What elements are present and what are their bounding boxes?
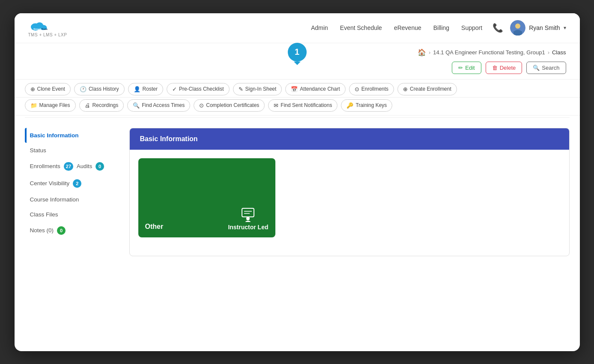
nav-erevenue[interactable]: eRevenue xyxy=(394,24,421,31)
breadcrumb-sep2: › xyxy=(548,49,549,56)
sidebar-basic-information[interactable]: Basic Information xyxy=(25,128,119,143)
create-enroll-icon: ⊕ xyxy=(403,86,408,92)
delete-button[interactable]: 🗑 Delete xyxy=(486,62,522,74)
sidebar: Basic Information Status Enrollments 27 … xyxy=(25,128,119,256)
enrollments-count-badge: 27 xyxy=(64,162,73,171)
main-panel: Basic Information Other xyxy=(129,128,570,256)
content-area: Basic Information Status Enrollments 27 … xyxy=(15,119,580,265)
user-area[interactable]: Ryan Smith ▾ xyxy=(510,20,566,36)
signin-icon: ✎ xyxy=(239,86,243,92)
clone-icon: ⊕ xyxy=(30,86,35,92)
find-sent-notifications-button[interactable]: ✉ Find Sent Notifications xyxy=(268,99,337,112)
status-label: Status xyxy=(30,147,46,154)
svg-rect-10 xyxy=(242,208,254,217)
panel-title: Basic Information xyxy=(140,135,198,142)
nav-icons: 📞 Ryan Smith ▾ xyxy=(493,20,566,36)
training-keys-label: Training Keys xyxy=(355,102,387,108)
clone-label: Clone Event xyxy=(37,86,65,92)
step-badge: 1 xyxy=(288,43,307,62)
training-keys-button[interactable]: 🔑 Training Keys xyxy=(341,99,392,112)
center-visibility-badge: 2 xyxy=(73,179,81,188)
sign-in-sheet-button[interactable]: ✎ Sign-In Sheet xyxy=(233,83,282,95)
keys-icon: 🔑 xyxy=(346,102,353,109)
attendance-chart-button[interactable]: 📅 Attendance Chart xyxy=(285,83,345,95)
toolbar: ⊕ Clone Event 🕐 Class History 👤 Roster ✓… xyxy=(15,79,580,98)
chevron-down-icon: ▾ xyxy=(564,25,566,31)
enrollments-button[interactable]: ⊙ Enrollments xyxy=(349,83,394,95)
avatar xyxy=(510,20,525,36)
completion-certificates-button[interactable]: ⊙ Completion Certificates xyxy=(194,99,265,112)
sidebar-center-visibility[interactable]: Center Visibility 2 xyxy=(25,175,119,192)
find-access-times-label: Find Access Times xyxy=(142,102,185,108)
svg-text:Simpli: Simpli xyxy=(33,28,41,30)
sidebar-course-information[interactable]: Course Information xyxy=(25,192,119,207)
class-type-label: Other xyxy=(145,223,164,231)
navbar: Simpli Train TMS + LMS + LXP Admin Event… xyxy=(15,13,580,43)
completion-certs-label: Completion Certificates xyxy=(206,102,259,108)
nav-billing[interactable]: Billing xyxy=(433,24,449,31)
notes-label: Notes (0) xyxy=(30,227,54,234)
class-history-label: Class History xyxy=(89,86,119,92)
class-card-bottom: Other xyxy=(145,207,269,231)
recordings-button[interactable]: 🖨 Recordings xyxy=(79,99,124,112)
audits-label: Audits xyxy=(77,163,92,169)
roster-label: Roster xyxy=(143,86,158,92)
user-name: Ryan Smith xyxy=(529,24,560,31)
toolbar-row2: 📁 Manage Files 🖨 Recordings 🔍 Find Acces… xyxy=(15,98,580,115)
sidebar-notes[interactable]: Notes (0) 0 xyxy=(25,222,119,239)
svg-rect-9 xyxy=(513,31,522,36)
roster-button[interactable]: 👤 Roster xyxy=(128,83,163,95)
class-history-button[interactable]: 🕐 Class History xyxy=(74,83,125,95)
step-badge-wrapper: 1 xyxy=(288,56,307,74)
create-enrollment-label: Create Enrollment xyxy=(410,86,451,92)
search-label: Search xyxy=(542,65,559,71)
breadcrumb-sep1: › xyxy=(429,49,430,56)
find-notifications-label: Find Sent Notifications xyxy=(281,102,332,108)
phone-icon[interactable]: 📞 xyxy=(493,23,503,33)
breadcrumb-path[interactable]: 14.1 QA Engineer Functional Testing, Gro… xyxy=(433,49,545,56)
edit-button[interactable]: ✏ Edit xyxy=(452,62,481,74)
certificates-icon: ⊙ xyxy=(199,102,204,109)
panel-header: Basic Information xyxy=(130,128,569,150)
panel-body: Other xyxy=(130,150,569,246)
checklist-icon: ✓ xyxy=(172,86,177,92)
sidebar-enrollments[interactable]: Enrollments 27 Audits 0 xyxy=(25,158,119,175)
sidebar-status[interactable]: Status xyxy=(25,143,119,158)
delete-label: Delete xyxy=(500,65,516,71)
instructor-area: Instructor Led xyxy=(228,207,268,231)
svg-point-7 xyxy=(515,24,520,29)
home-icon[interactable]: 🏠 xyxy=(418,48,426,56)
nav-support[interactable]: Support xyxy=(461,24,482,31)
history-icon: 🕐 xyxy=(80,86,87,92)
class-files-label: Class Files xyxy=(30,211,58,218)
search-icon: 🔍 xyxy=(533,65,540,71)
class-card: Other xyxy=(138,158,275,237)
logo-area: Simpli Train TMS + LMS + LXP xyxy=(28,19,67,37)
app-window: Simpli Train TMS + LMS + LXP Admin Event… xyxy=(15,13,580,351)
recordings-label: Recordings xyxy=(93,102,119,108)
logo-subtitle: TMS + LMS + LXP xyxy=(28,33,67,37)
notes-badge: 0 xyxy=(57,226,66,235)
action-bar: 1 ✏ Edit 🗑 Delete 🔍 Search xyxy=(15,60,580,79)
find-access-times-button[interactable]: 🔍 Find Access Times xyxy=(127,99,190,112)
notifications-icon: ✉ xyxy=(274,102,278,109)
nav-links: Admin Event Schedule eRevenue Billing Su… xyxy=(311,24,482,31)
search-button[interactable]: 🔍 Search xyxy=(526,62,566,74)
sign-in-label: Sign-In Sheet xyxy=(245,86,277,92)
create-enrollment-button[interactable]: ⊕ Create Enrollment xyxy=(397,83,457,95)
center-visibility-label: Center Visibility xyxy=(30,180,70,186)
nav-admin[interactable]: Admin xyxy=(311,24,328,31)
clone-event-button[interactable]: ⊕ Clone Event xyxy=(25,83,71,95)
edit-icon: ✏ xyxy=(458,65,463,71)
access-times-icon: 🔍 xyxy=(133,102,140,109)
files-icon: 📁 xyxy=(30,102,37,109)
divider xyxy=(25,117,570,118)
pre-class-checklist-button[interactable]: ✓ Pre-Class Checklist xyxy=(167,83,230,95)
attendance-label: Attendance Chart xyxy=(300,86,340,92)
sidebar-class-files[interactable]: Class Files xyxy=(25,207,119,222)
recordings-icon: 🖨 xyxy=(85,102,90,109)
breadcrumb-current: Class xyxy=(552,49,566,56)
roster-icon: 👤 xyxy=(134,86,140,92)
nav-event-schedule[interactable]: Event Schedule xyxy=(340,24,382,31)
manage-files-button[interactable]: 📁 Manage Files xyxy=(25,99,76,112)
